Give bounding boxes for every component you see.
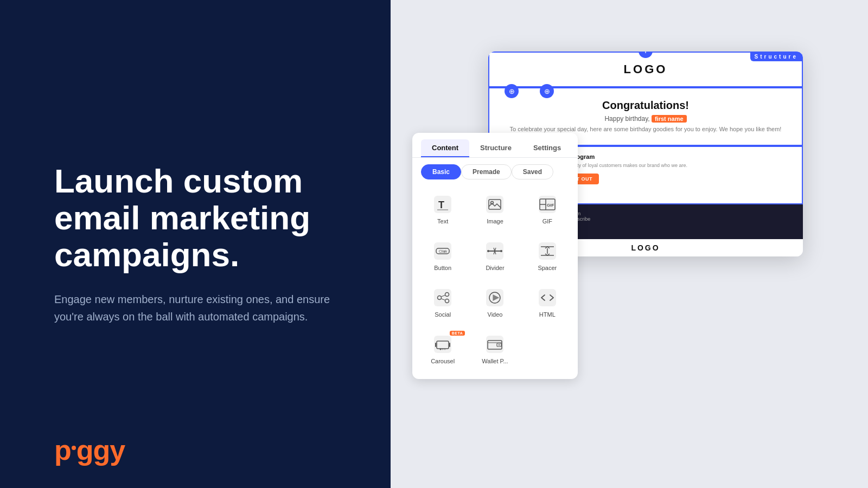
move-handle-2[interactable]: ⊕ bbox=[540, 84, 554, 98]
svg-rect-23 bbox=[434, 289, 451, 306]
left-section: Launch custom email marketing campaigns.… bbox=[0, 0, 391, 488]
text-icon: T bbox=[432, 194, 453, 215]
piggy-logo: pggy bbox=[54, 434, 125, 466]
spacer-label: Spacer bbox=[538, 265, 557, 271]
svg-rect-40 bbox=[486, 336, 503, 353]
content-item-text[interactable]: T Text bbox=[417, 186, 469, 233]
divider-label: Divider bbox=[486, 265, 504, 271]
content-item-image[interactable]: Image bbox=[469, 186, 521, 233]
tab-content[interactable]: Content bbox=[421, 139, 469, 157]
html-label: HTML bbox=[539, 311, 556, 318]
carousel-label: Carousel bbox=[431, 358, 455, 364]
divider-icon bbox=[484, 241, 505, 261]
product-title: Loyalty program bbox=[548, 153, 793, 160]
filter-saved[interactable]: Saved bbox=[512, 164, 553, 179]
subtext: Engage new members, nurture existing one… bbox=[54, 291, 336, 325]
content-item-wallet[interactable]: Wallet P... bbox=[469, 326, 521, 373]
video-label: Video bbox=[488, 311, 503, 318]
congrats-title: Congratulations! bbox=[500, 99, 791, 112]
product-desc: Our community of loyal customers makes o… bbox=[548, 162, 793, 169]
product-info: Loyalty program Our community of loyal c… bbox=[548, 153, 793, 185]
svg-point-36 bbox=[442, 349, 444, 350]
svg-point-35 bbox=[440, 349, 442, 350]
svg-point-19 bbox=[500, 250, 502, 252]
logo-dot bbox=[72, 446, 76, 450]
content-item-carousel[interactable]: BETA Carousel bbox=[417, 326, 469, 373]
text-label: Text bbox=[437, 218, 448, 224]
panel-tabs: Content Structure Settings bbox=[412, 133, 578, 158]
svg-point-18 bbox=[487, 250, 489, 252]
birthday-line: Happy birthday, first name bbox=[500, 115, 791, 123]
right-section: + ⊕ ⊕ LOGO Structure ✕ bbox=[380, 0, 868, 488]
spacer-icon bbox=[537, 241, 558, 261]
video-icon bbox=[484, 287, 505, 308]
content-item-spacer[interactable]: Spacer bbox=[521, 233, 573, 279]
gif-label: GIF bbox=[542, 218, 552, 224]
content-item-html[interactable]: HTML bbox=[521, 279, 573, 326]
button-icon: Click bbox=[432, 241, 453, 261]
content-item-gif[interactable]: GIF GIF bbox=[521, 186, 573, 233]
svg-point-37 bbox=[444, 349, 446, 350]
svg-point-43 bbox=[499, 344, 500, 346]
filter-tabs: Basic Premade Saved bbox=[412, 158, 578, 186]
filter-basic[interactable]: Basic bbox=[421, 164, 461, 179]
tab-structure[interactable]: Structure bbox=[469, 139, 522, 157]
beta-badge: BETA bbox=[450, 331, 465, 336]
svg-text:GIF: GIF bbox=[547, 203, 554, 208]
content-panel: Content Structure Settings Basic Premade… bbox=[412, 133, 578, 379]
wallet-icon bbox=[484, 334, 505, 355]
social-icon bbox=[432, 287, 453, 308]
content-grid: T Text Image bbox=[412, 186, 578, 379]
svg-text:T: T bbox=[438, 200, 444, 210]
content-item-video[interactable]: Video bbox=[469, 279, 521, 326]
email-logo-text: LOGO bbox=[624, 62, 668, 76]
move-handle-1[interactable]: ⊕ bbox=[505, 84, 519, 98]
first-name-tag: first name bbox=[652, 115, 687, 123]
image-label: Image bbox=[487, 218, 503, 224]
image-icon bbox=[484, 194, 505, 215]
content-item-divider[interactable]: Divider bbox=[469, 233, 521, 279]
gif-icon: GIF bbox=[537, 194, 558, 215]
button-label: Button bbox=[434, 265, 451, 271]
content-item-social[interactable]: Social bbox=[417, 279, 469, 326]
carousel-icon bbox=[432, 334, 453, 355]
filter-premade[interactable]: Premade bbox=[461, 164, 512, 179]
structure-badge[interactable]: Structure bbox=[750, 52, 802, 61]
svg-text:Click: Click bbox=[439, 249, 448, 253]
content-item-button[interactable]: Click Button bbox=[417, 233, 469, 279]
wallet-label: Wallet P... bbox=[482, 358, 508, 364]
tab-settings[interactable]: Settings bbox=[522, 139, 572, 157]
headline: Launch custom email marketing campaigns. bbox=[54, 163, 347, 274]
social-label: Social bbox=[435, 311, 451, 318]
html-icon bbox=[537, 287, 558, 308]
